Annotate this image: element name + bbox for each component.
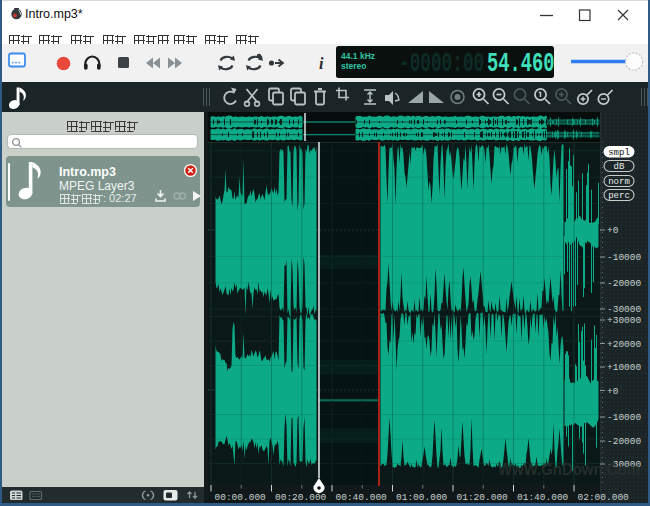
svg-text:-20000: -20000 (607, 436, 642, 447)
svg-text:44.1 kHz: 44.1 kHz (341, 51, 375, 61)
svg-text:i: i (319, 55, 324, 72)
svg-text:54.460: 54.460 (487, 49, 554, 78)
svg-text:-0000:00: -0000:00 (399, 49, 484, 78)
svg-text:-10000: -10000 (607, 412, 642, 423)
svg-text:00:40.000: 00:40.000 (336, 492, 388, 503)
svg-text:01:00.000: 01:00.000 (396, 492, 448, 503)
svg-text:+0: +0 (607, 225, 619, 236)
svg-text:01:40.000: 01:40.000 (517, 492, 569, 503)
svg-text:smpl: smpl (608, 148, 630, 158)
svg-text:dB: dB (614, 162, 625, 172)
svg-text:-10000: -10000 (607, 252, 642, 263)
svg-text:+10000: +10000 (607, 362, 642, 373)
svg-text:00:00.000: 00:00.000 (215, 492, 267, 503)
svg-text:+20000: +20000 (607, 339, 642, 350)
svg-text:norm: norm (608, 177, 630, 187)
svg-text:+30000: +30000 (607, 315, 642, 326)
svg-text:-20000: -20000 (607, 278, 642, 289)
svg-text:02:00.000: 02:00.000 (578, 492, 630, 503)
svg-text:perc: perc (608, 191, 630, 201)
svg-text:00:20.000: 00:20.000 (275, 492, 327, 503)
svg-text:+0: +0 (607, 386, 619, 397)
svg-text:WwW.GnDown.Com: WwW.GnDown.Com (498, 460, 640, 479)
svg-text:01:20.000: 01:20.000 (457, 492, 509, 503)
svg-text:-30000: -30000 (607, 304, 642, 315)
svg-text:stereo: stereo (341, 61, 367, 71)
